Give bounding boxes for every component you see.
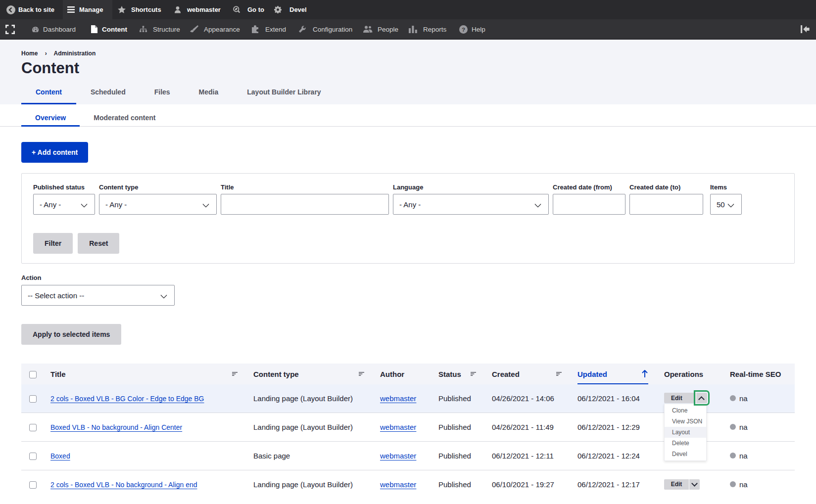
svg-text:?: ? — [462, 26, 465, 32]
